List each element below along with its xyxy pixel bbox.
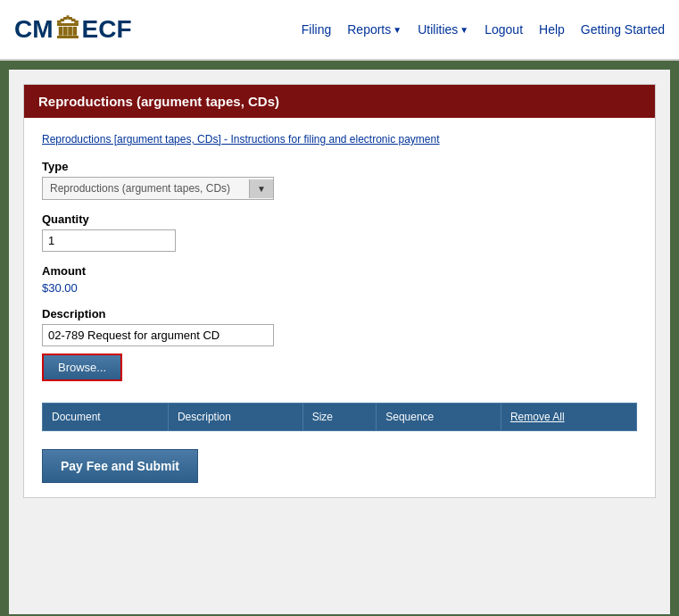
browse-button[interactable]: Browse... — [42, 354, 122, 381]
col-document: Document — [43, 404, 169, 431]
type-dropdown-arrow[interactable]: ▼ — [249, 179, 273, 198]
content-panel: Reproductions (argument tapes, CDs) Repr… — [23, 84, 656, 498]
nav-filing[interactable]: Filing — [302, 22, 331, 37]
type-select[interactable]: Reproductions (argument tapes, CDs) ▼ — [42, 177, 274, 200]
nav-reports[interactable]: Reports ▼ — [347, 22, 402, 37]
description-label: Description — [42, 307, 637, 320]
logo: CM🏛ECF — [14, 15, 302, 45]
logo-ecf: ECF — [82, 15, 132, 44]
utilities-dropdown-arrow: ▼ — [460, 25, 468, 35]
file-table: Document Description Size Sequence Remov… — [42, 403, 637, 431]
reports-dropdown-arrow: ▼ — [393, 25, 402, 35]
col-size: Size — [302, 404, 377, 431]
panel-header: Reproductions (argument tapes, CDs) — [24, 85, 655, 118]
nav-links: Filing Reports ▼ Utilities ▼ Logout Help… — [302, 22, 665, 37]
amount-label: Amount — [42, 264, 637, 278]
quantity-label: Quantity — [42, 212, 637, 226]
logo-cm: CM — [14, 15, 54, 44]
type-field-group: Type Reproductions (argument tapes, CDs)… — [42, 160, 637, 200]
table-header: Document Description Size Sequence Remov… — [43, 404, 637, 431]
nav-logout[interactable]: Logout — [484, 22, 523, 37]
type-select-text: Reproductions (argument tapes, CDs) — [43, 178, 249, 199]
description-input[interactable] — [42, 324, 274, 346]
logo-icon: 🏛 — [55, 15, 80, 45]
remove-all-button[interactable]: Remove All — [501, 404, 636, 431]
type-label: Type — [42, 160, 637, 173]
panel-title: Reproductions (argument tapes, CDs) — [38, 94, 279, 109]
amount-value: $30.00 — [42, 281, 78, 295]
col-description: Description — [168, 404, 302, 431]
amount-field-group: Amount $30.00 — [42, 264, 637, 295]
nav-help[interactable]: Help — [539, 22, 565, 37]
pay-fee-submit-button[interactable]: Pay Fee and Submit — [42, 449, 198, 483]
quantity-field-group: Quantity — [42, 212, 637, 252]
nav-getting-started[interactable]: Getting Started — [581, 22, 665, 37]
col-sequence: Sequence — [377, 404, 501, 431]
navbar: CM🏛ECF Filing Reports ▼ Utilities ▼ Logo… — [0, 0, 679, 61]
instructions-link[interactable]: Reproductions [argument tapes, CDs] - In… — [42, 133, 440, 146]
quantity-input[interactable] — [42, 229, 176, 252]
description-field-group: Description Browse... — [42, 307, 637, 381]
nav-utilities[interactable]: Utilities ▼ — [418, 22, 468, 37]
main-wrapper: Reproductions (argument tapes, CDs) Repr… — [9, 70, 670, 614]
panel-body: Reproductions [argument tapes, CDs] - In… — [24, 118, 655, 497]
